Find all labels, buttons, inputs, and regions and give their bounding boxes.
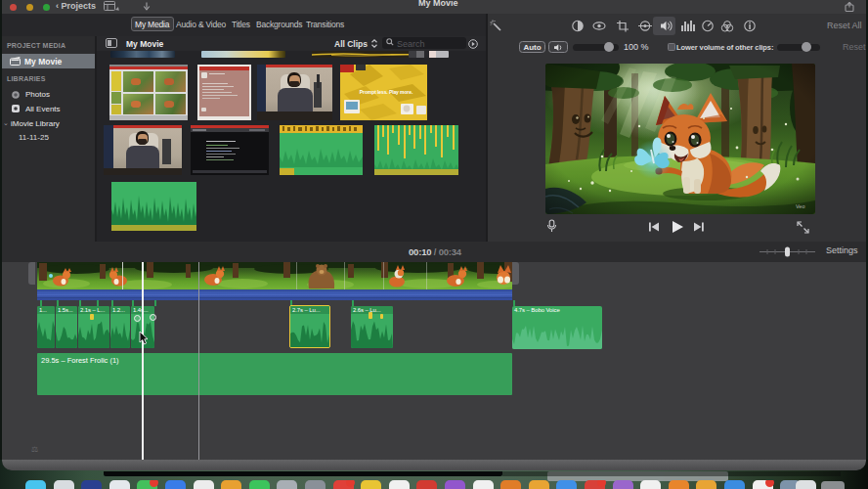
svg-text:Veo: Veo <box>796 203 804 209</box>
